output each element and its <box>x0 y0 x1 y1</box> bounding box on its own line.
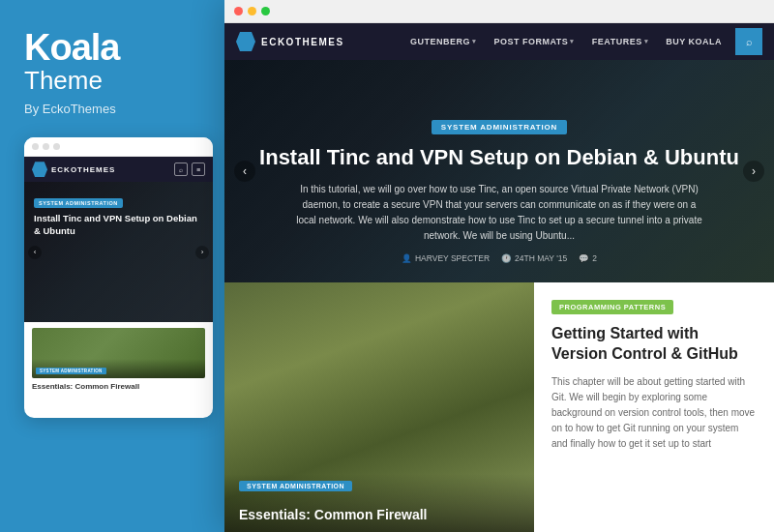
mobile-hero: SYSTEM ADMINISTRATION Install Tinc and V… <box>24 182 213 322</box>
desktop-dot-maximize[interactable] <box>261 7 270 15</box>
mobile-card-title: Essentials: Common Firewall <box>32 382 205 391</box>
hero-meta-comments: 💬 2 <box>579 253 597 263</box>
mobile-nav-icons: ⌕ ≡ <box>174 163 205 176</box>
nav-features-caret: ▾ <box>644 38 649 45</box>
clock-icon: 🕐 <box>501 253 512 263</box>
hero-title: Install Tinc and VPN Setup on Debian & U… <box>253 144 745 172</box>
hero-author-label: HARVEY SPECTER <box>415 253 490 263</box>
hero-meta-author: 👤 HARVEY SPECTER <box>402 253 490 263</box>
mobile-nav: ECKOTHEMES ⌕ ≡ <box>24 157 213 182</box>
desktop-content: SYSTEM ADMINISTRATION Essentials: Common… <box>224 282 774 532</box>
mobile-hero-title: Install Tinc and VPN Setup on Debian & U… <box>34 213 203 237</box>
mobile-search-icon[interactable]: ⌕ <box>174 163 188 176</box>
mobile-hero-category: SYSTEM ADMINISTRATION <box>34 198 123 208</box>
hero-meta: 👤 HARVEY SPECTER 🕐 24TH MAY '15 💬 2 <box>253 253 745 263</box>
hero-category-badge: SYSTEM ADMINISTRATION <box>432 120 567 134</box>
desktop-titlebar <box>224 0 774 23</box>
nav-post-formats-caret: ▾ <box>570 38 575 45</box>
mobile-logo-text: ECKOTHEMES <box>51 165 115 174</box>
desktop-hero: SYSTEM ADMINISTRATION Install Tinc and V… <box>224 60 774 282</box>
article-card[interactable]: PROGRAMMING PATTERNS Getting Started wit… <box>534 282 774 532</box>
nav-gutenberg-caret: ▾ <box>472 38 477 45</box>
mobile-card-badge: SYSTEM ADMINISTRATION <box>36 368 106 374</box>
mobile-titlebar <box>24 137 213 157</box>
brand-by: By EckoThemes <box>24 102 208 116</box>
desktop-mockup: ECKOTHEMES GUTENBERG ▾ POST FORMATS ▾ FE… <box>224 0 774 532</box>
nav-item-gutenberg[interactable]: GUTENBERG ▾ <box>402 23 485 60</box>
brand-name: Koala Theme By EckoThemes <box>24 29 208 116</box>
brand-title: Koala <box>24 29 208 66</box>
desktop-logo-text: ECKOTHEMES <box>261 37 344 47</box>
author-icon: 👤 <box>402 253 412 263</box>
nav-item-post-formats[interactable]: POST FORMATS ▾ <box>486 23 581 60</box>
nav-item-buy-koala[interactable]: BUY KOALA <box>658 23 729 60</box>
hero-next-arrow[interactable]: › <box>743 161 764 182</box>
desktop-nav: ECKOTHEMES GUTENBERG ▾ POST FORMATS ▾ FE… <box>224 23 774 60</box>
desktop-dot-minimize[interactable] <box>248 7 256 15</box>
hero-meta-date: 🕐 24TH MAY '15 <box>501 253 567 263</box>
nav-item-features[interactable]: FEATURES ▾ <box>584 23 656 60</box>
mobile-dot-1 <box>32 143 39 150</box>
nav-features-label: FEATURES <box>592 37 642 46</box>
hero-content: SYSTEM ADMINISTRATION Install Tinc and V… <box>224 97 774 282</box>
mobile-dot-2 <box>43 143 49 150</box>
mobile-logo-area: ECKOTHEMES <box>32 162 115 177</box>
desktop-search-button[interactable]: ⌕ <box>735 28 762 55</box>
desktop-nav-items: GUTENBERG ▾ POST FORMATS ▾ FEATURES ▾ BU… <box>402 23 762 60</box>
desktop-logo-icon <box>236 32 255 51</box>
mobile-dot-3 <box>53 143 60 150</box>
food-card-badge: SYSTEM ADMINISTRATION <box>239 481 352 491</box>
article-title: Getting Started with Version Control & G… <box>551 324 757 365</box>
nav-buy-koala-label: BUY KOALA <box>666 37 722 46</box>
article-category-badge: PROGRAMMING PATTERNS <box>551 300 673 314</box>
left-panel: Koala Theme By EckoThemes ECKOTHEMES ⌕ ≡… <box>0 0 232 532</box>
food-card[interactable]: SYSTEM ADMINISTRATION Essentials: Common… <box>224 282 534 532</box>
desktop-dot-close[interactable] <box>234 7 243 15</box>
mobile-prev-arrow[interactable]: ‹ <box>28 246 42 259</box>
mobile-logo-icon <box>32 162 47 177</box>
hero-date-label: 24TH MAY '15 <box>515 253 567 263</box>
food-card-title: Essentials: Common Firewall <box>239 507 520 522</box>
mobile-card-image: SYSTEM ADMINISTRATION <box>32 328 205 378</box>
hero-excerpt: In this tutorial, we will go over how to… <box>296 182 702 244</box>
comment-icon: 💬 <box>579 253 589 263</box>
hero-prev-arrow[interactable]: ‹ <box>234 161 255 182</box>
nav-post-formats-label: POST FORMATS <box>493 37 568 46</box>
brand-subtitle: Theme <box>24 66 208 96</box>
nav-gutenberg-label: GUTENBERG <box>410 37 470 46</box>
mobile-menu-icon[interactable]: ≡ <box>192 163 205 176</box>
mobile-mockup: ECKOTHEMES ⌕ ≡ SYSTEM ADMINISTRATION Ins… <box>24 137 213 418</box>
article-excerpt: This chapter will be about getting start… <box>551 374 757 515</box>
mobile-nav-arrows: ‹ › <box>24 246 213 259</box>
hero-comments-label: 2 <box>592 253 597 263</box>
mobile-next-arrow[interactable]: › <box>195 246 209 259</box>
desktop-logo-area: ECKOTHEMES <box>236 32 344 51</box>
mobile-card: SYSTEM ADMINISTRATION Essentials: Common… <box>24 322 213 397</box>
